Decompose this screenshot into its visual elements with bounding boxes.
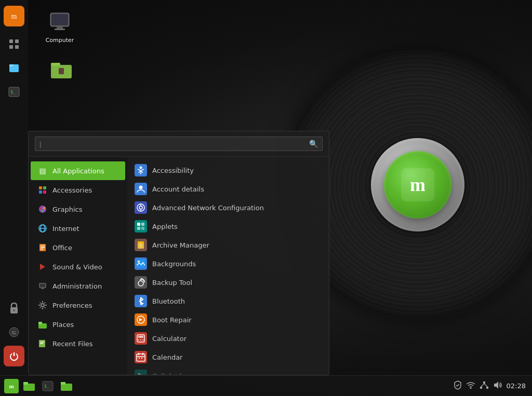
places-icon [37, 319, 48, 330]
svg-rect-69 [138, 336, 143, 338]
panel-network[interactable] [480, 381, 489, 391]
taskbar-files[interactable] [4, 58, 24, 78]
menu-search-area: 🔍 [29, 131, 329, 157]
category-internet[interactable]: Internet [31, 219, 125, 238]
category-graphics[interactable]: Graphics [31, 200, 125, 219]
search-input-wrapper[interactable]: 🔍 [35, 136, 323, 151]
category-administration-label: Administration [52, 282, 102, 290]
category-all[interactable]: ▤ All Applications [31, 161, 125, 180]
panel-folder2[interactable] [58, 378, 75, 394]
volume-icon [493, 381, 502, 389]
advanced-network-app-icon [135, 201, 147, 214]
svg-rect-58 [141, 223, 144, 226]
svg-rect-89 [480, 387, 482, 389]
app-advanced-network[interactable]: Advanced Network Configuration [127, 198, 329, 217]
all-apps-icon: ▤ [37, 165, 48, 176]
svg-rect-5 [55, 29, 65, 30]
svg-text:m: m [11, 12, 17, 20]
app-accessibility[interactable]: Accessibility [127, 161, 329, 180]
preferences-icon [37, 299, 48, 311]
mint-taskbar-icon: m [8, 10, 20, 22]
app-archive-manager[interactable]: Archive Manager [127, 236, 329, 254]
svg-marker-79 [138, 373, 143, 375]
svg-rect-85 [61, 384, 72, 391]
category-preferences[interactable]: Preferences [31, 296, 125, 315]
category-recent[interactable]: Recent Files [31, 334, 125, 353]
grid-icon [9, 39, 19, 49]
graphics-icon [37, 203, 48, 215]
search-input[interactable] [39, 140, 309, 148]
category-internet-label: Internet [52, 225, 79, 233]
svg-rect-13 [9, 45, 13, 49]
shield-icon [454, 380, 462, 390]
bottom-panel: m $_ [0, 375, 532, 396]
panel-wifi[interactable] [466, 381, 475, 390]
app-bluetooth[interactable]: Bluetooth [127, 292, 329, 310]
svg-rect-44 [38, 322, 42, 324]
panel-clock: 02:28 [507, 382, 526, 390]
lock-icon [9, 303, 19, 314]
panel-left: m $_ [0, 378, 75, 394]
svg-rect-60 [141, 227, 144, 230]
panel-folder1[interactable] [21, 378, 37, 394]
applets-app-icon [135, 220, 147, 233]
taskbar-gimp[interactable]: G [4, 322, 24, 343]
svg-point-87 [470, 388, 471, 389]
svg-rect-9 [60, 71, 63, 74]
svg-rect-86 [61, 382, 65, 385]
panel-mint-logo[interactable]: m [4, 379, 19, 393]
app-boot-repair[interactable]: Boot Repair [127, 310, 329, 329]
svg-point-52 [139, 186, 143, 189]
bluetooth-label: Bluetooth [152, 297, 185, 305]
category-administration[interactable]: Administration [31, 277, 125, 295]
svg-rect-88 [483, 381, 485, 384]
category-office[interactable]: Office [31, 238, 125, 257]
archive-manager-label: Archive Manager [152, 241, 209, 249]
svg-rect-26 [43, 190, 46, 194]
taskbar-terminal[interactable]: $_ [4, 81, 24, 102]
administration-icon [37, 280, 48, 292]
backgrounds-label: Backgrounds [152, 260, 196, 268]
app-account-details[interactable]: Account details [127, 180, 329, 198]
category-accessories[interactable]: Accessories [31, 181, 125, 199]
sound-video-icon [37, 261, 48, 272]
app-calculator[interactable]: Calculator [127, 329, 329, 348]
app-backup-tool[interactable]: Backup Tool [127, 273, 329, 292]
accessibility-app-icon [135, 164, 147, 176]
panel-terminal[interactable]: $_ [39, 378, 56, 394]
desktop: m Computer [0, 0, 532, 396]
desktop-icon-computer[interactable]: Computer [42, 8, 78, 46]
svg-rect-40 [40, 284, 45, 287]
terminal-icon: $_ [8, 87, 20, 97]
app-applets[interactable]: Applets [127, 217, 329, 236]
home-folder-icon [49, 57, 74, 81]
menu-categories-panel: ▤ All Applications Accessories Graphics [29, 157, 127, 375]
svg-rect-16 [9, 64, 14, 66]
app-celluloid[interactable]: Celluloid [127, 366, 329, 375]
taskbar-power[interactable] [4, 346, 24, 366]
panel-shield[interactable] [454, 380, 462, 391]
svg-rect-25 [39, 190, 42, 194]
svg-rect-62 [138, 241, 144, 243]
desktop-icon-home[interactable] [43, 54, 79, 86]
calendar-app-icon [135, 351, 147, 363]
app-backgrounds[interactable]: Backgrounds [127, 254, 329, 273]
wifi-icon [466, 381, 475, 389]
taskbar-apps[interactable] [4, 34, 24, 54]
accessories-icon [37, 184, 48, 196]
taskbar-mint-menu[interactable]: m [4, 6, 24, 26]
panel-volume[interactable] [493, 381, 502, 391]
taskbar-lock[interactable] [4, 298, 24, 319]
office-icon [37, 242, 48, 253]
svg-line-91 [481, 384, 484, 387]
category-sound-video-label: Sound & Video [52, 263, 102, 271]
svg-text:$_: $_ [10, 89, 16, 94]
svg-text:m: m [9, 383, 14, 389]
category-graphics-label: Graphics [52, 206, 82, 213]
category-places[interactable]: Places [31, 315, 125, 334]
category-sound-video[interactable]: Sound & Video [31, 257, 125, 276]
svg-point-54 [139, 206, 142, 209]
svg-rect-57 [137, 223, 140, 226]
menu-apps-panel: Accessibility Account details Advanced N… [127, 157, 329, 375]
app-calendar[interactable]: Calendar [127, 348, 329, 366]
